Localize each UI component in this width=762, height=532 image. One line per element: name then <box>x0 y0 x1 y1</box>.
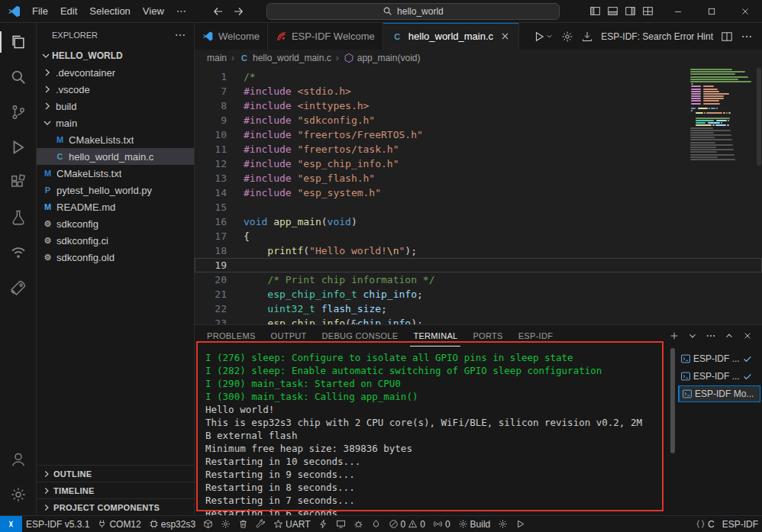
file-tree-item-sdkconfig-old[interactable]: ⚙sdkconfig.old <box>37 249 194 266</box>
code-editor[interactable]: 1/*7#include <stdio.h>8#include <inttype… <box>195 66 762 324</box>
customize-layout-icon[interactable] <box>642 5 654 17</box>
workspace-root-folder[interactable]: HELLO_WORLD <box>37 47 194 64</box>
menu-view[interactable]: View <box>137 3 170 19</box>
code-line-21[interactable]: 21 esp_chip_info_t chip_info; <box>195 287 762 301</box>
activity-explorer[interactable] <box>0 24 36 60</box>
activity-esp-idf-tools[interactable] <box>0 270 36 305</box>
status-sdk-config-editor[interactable] <box>217 516 234 532</box>
activity-manage[interactable] <box>0 477 36 512</box>
menu-file[interactable]: File <box>26 3 54 19</box>
file-tree-item-pytest-hello-world-py[interactable]: Ppytest_hello_world.py <box>37 182 194 198</box>
status-serial-port[interactable]: COM12 <box>93 516 144 532</box>
terminal-tab-esp-idf[interactable]: ESP-IDF ... <box>678 350 760 367</box>
activity-run-and-debug[interactable] <box>0 130 36 165</box>
code-line-1[interactable]: 1/* <box>195 69 762 84</box>
status-flash-device[interactable] <box>315 516 332 532</box>
close-panel-icon[interactable] <box>742 330 753 341</box>
status-monitor-device[interactable] <box>332 516 350 532</box>
status-flash-method[interactable]: UART <box>270 516 314 532</box>
sidebar-section-outline[interactable]: OUTLINE <box>37 465 194 482</box>
status-build-project[interactable]: Build <box>454 516 495 532</box>
activity-search[interactable] <box>0 60 36 95</box>
activity-accounts[interactable] <box>0 442 36 477</box>
breadcrumb-app-main-void[interactable]: app_main(void) <box>344 53 421 63</box>
terminal-output[interactable]: I (276) sleep: Configure to isolate all … <box>195 347 669 515</box>
breadcrumb-hello-world-main-c[interactable]: Chello_world_main.c <box>239 53 331 63</box>
status-build-flash-monitor[interactable] <box>367 516 385 532</box>
file-tree-item-main[interactable]: main <box>37 114 194 131</box>
terminal-profile-dropdown-icon[interactable] <box>687 330 698 341</box>
code-line-13[interactable]: 13#include "esp_flash.h" <box>195 171 762 185</box>
tab-hello-world-main-c[interactable]: Chello_world_main.c <box>383 23 519 50</box>
minimize-button[interactable] <box>661 0 695 23</box>
status-flash-type[interactable] <box>199 516 217 532</box>
menu-edit[interactable]: Edit <box>54 3 83 19</box>
file-tree-item-cmakelists-txt[interactable]: MCMakeLists.txt <box>37 131 194 148</box>
menu-overflow[interactable]: ⋯ <box>170 3 192 19</box>
editor-settings-icon[interactable] <box>561 31 573 43</box>
terminal-tab-esp-idf-mo[interactable]: ESP-IDF Mo... <box>678 385 760 402</box>
status-esp-idf-extension[interactable]: ESP-IDF <box>718 516 762 532</box>
status-remote[interactable] <box>0 516 22 532</box>
status-device-target[interactable]: esp32s3 <box>145 516 199 532</box>
file-tree-item-devcontainer[interactable]: .devcontainer <box>37 64 194 81</box>
more-editor-actions-icon[interactable] <box>741 31 753 43</box>
code-line-23[interactable]: 23 esp_chip_info(&chip_info); <box>195 316 762 324</box>
maximize-panel-icon[interactable] <box>724 330 735 341</box>
code-line-7[interactable]: 7#include <stdio.h> <box>195 84 762 98</box>
sidebar-section-timeline[interactable]: TIMELINE <box>37 482 194 498</box>
breadcrumb-main[interactable]: main <box>207 53 227 63</box>
run-code-button[interactable] <box>533 31 554 43</box>
status-language-mode[interactable]: C <box>692 516 718 532</box>
tab-close-icon[interactable] <box>499 31 511 42</box>
file-tree-item-readme-md[interactable]: MREADME.md <box>37 198 194 215</box>
toggle-sidebar-icon[interactable] <box>589 5 601 17</box>
activity-esp-idf-explorer[interactable] <box>0 235 36 270</box>
activity-testing[interactable] <box>0 200 36 235</box>
code-line-12[interactable]: 12#include "esp_chip_info.h" <box>195 156 762 171</box>
close-window-button[interactable] <box>728 0 762 23</box>
code-line-15[interactable]: 15 <box>195 200 762 214</box>
panel-tab-esp-idf[interactable]: ESP-IDF <box>515 325 557 347</box>
code-line-17[interactable]: 17{ <box>195 229 762 243</box>
status-ports-forwarded[interactable]: 0 <box>429 516 454 532</box>
code-line-16[interactable]: 16void app_main(void) <box>195 214 762 229</box>
minimap[interactable] <box>690 69 754 161</box>
status-run-task[interactable] <box>512 516 529 532</box>
toggle-secondary-sidebar-icon[interactable] <box>625 5 636 17</box>
status-debug-device[interactable] <box>350 516 367 532</box>
panel-tab-ports[interactable]: PORTS <box>470 325 505 347</box>
panel-more-actions-icon[interactable] <box>705 330 716 341</box>
code-line-8[interactable]: 8#include <inttypes.h> <box>195 98 762 113</box>
file-tree-item-sdkconfig[interactable]: ⚙sdkconfig <box>37 215 194 232</box>
panel-tab-output[interactable]: OUTPUT <box>268 325 310 347</box>
code-line-10[interactable]: 10#include "freertos/FreeRTOS.h" <box>195 127 762 142</box>
search-error-hint-button[interactable]: ESP-IDF: Search Error Hint <box>601 31 713 42</box>
code-line-11[interactable]: 11#include "freertos/task.h" <box>195 142 762 156</box>
download-icon[interactable] <box>581 31 593 43</box>
editor-scrollbar[interactable] <box>757 68 761 166</box>
nav-forward-icon[interactable] <box>232 5 244 18</box>
explorer-more-actions-icon[interactable] <box>174 29 186 41</box>
sidebar-section-project-components[interactable]: PROJECT COMPONENTS <box>37 498 194 515</box>
file-tree-item-sdkconfig-ci[interactable]: ⚙sdkconfig.ci <box>37 232 194 249</box>
status-select-task[interactable] <box>494 516 512 532</box>
panel-tab-terminal[interactable]: TERMINAL <box>410 325 460 347</box>
terminal-scrollbar-slider[interactable] <box>670 348 675 453</box>
status-problems[interactable]: 00 <box>385 516 429 532</box>
code-line-18[interactable]: 18 printf("Hello world!\n"); <box>195 243 762 258</box>
activity-source-control[interactable] <box>0 95 36 130</box>
nav-back-icon[interactable] <box>212 5 224 18</box>
maximize-button[interactable] <box>695 0 728 23</box>
new-terminal-icon[interactable] <box>669 330 680 341</box>
file-tree-item-hello-world-main-c[interactable]: Chello_world_main.c <box>37 148 194 165</box>
file-tree-item-cmakelists-txt[interactable]: MCMakeLists.txt <box>37 165 194 182</box>
tab-welcome[interactable]: Welcome <box>195 23 268 50</box>
terminal-scrollbar[interactable] <box>669 347 676 515</box>
tab-esp-idf-welcome[interactable]: ESP-IDF Welcome <box>268 23 383 50</box>
activity-extensions[interactable] <box>0 165 36 200</box>
status-custom-task[interactable] <box>252 516 270 532</box>
code-line-14[interactable]: 14#include "esp_system.h" <box>195 185 762 200</box>
file-tree-item-vscode[interactable]: .vscode <box>37 81 194 98</box>
status-esp-idf-version[interactable]: ESP-IDF v5.3.1 <box>22 516 93 532</box>
